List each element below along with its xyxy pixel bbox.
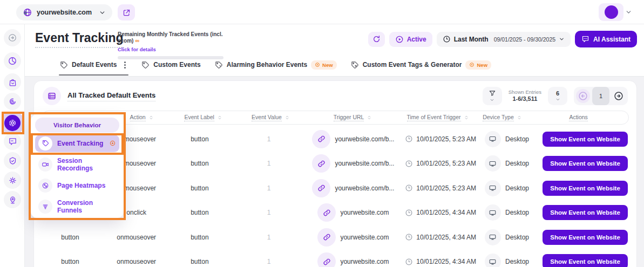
tab-custom-events[interactable]: Custom Events	[141, 54, 200, 76]
tag-gear-icon	[351, 61, 359, 69]
shopping-bag-icon	[8, 78, 17, 87]
show-event-button[interactable]: Show Event on Website	[543, 181, 628, 196]
trigger-url-cell[interactable]: yourwebsite.com/b...	[305, 130, 402, 148]
account-menu[interactable]	[599, 3, 632, 21]
card-header: All Tracked Default Events Shown Entries…	[34, 81, 636, 109]
event-label-cell: button	[167, 258, 233, 265]
page-size-selector[interactable]: 6	[548, 87, 567, 105]
shown-entries: Shown Entries 1-6/3,511	[509, 89, 541, 103]
sidebar-item-dashboard[interactable]	[4, 52, 21, 70]
tab-alarming-behavior-events[interactable]: Alarming Behavior Events New	[215, 54, 337, 76]
card-controls: Shown Entries 1-6/3,511 6 1	[483, 87, 628, 105]
clock-icon	[405, 135, 413, 143]
sidebar-item-ecommerce[interactable]	[4, 73, 21, 91]
device-cell: Desktop	[480, 155, 534, 172]
show-event-button[interactable]: Show Event on Website	[543, 254, 628, 267]
tracked-events-details-link[interactable]: Click for details	[118, 46, 156, 52]
menu-item-page-heatmaps[interactable]: Page Heatmaps	[35, 175, 119, 196]
visitor-behavior-menu: Visitor Behavior Event Tracking Session …	[31, 114, 124, 218]
desktop-icon	[485, 229, 501, 245]
menu-item-session-recordings[interactable]: Session Recordings	[35, 154, 119, 175]
device-cell: Desktop	[480, 254, 534, 267]
gear-icon	[8, 176, 17, 185]
tracking-status-button[interactable]: Active	[389, 32, 432, 47]
sidebar-item-visitor-behavior[interactable]	[2, 113, 23, 133]
trigger-url-cell[interactable]: yourwebsite.com/b...	[305, 179, 402, 197]
next-page-button[interactable]	[612, 89, 626, 103]
sidebar-item-settings[interactable]	[4, 172, 21, 189]
table-row: onmouseover button 1 yourwebsite.com/b..…	[34, 152, 636, 176]
trigger-url-cell[interactable]: yourwebsite.com/b...	[305, 154, 402, 173]
date-range-selector[interactable]: Last Month 09/01/2025 - 09/30/2025	[437, 32, 571, 47]
target-dot-icon	[315, 62, 320, 67]
ai-assistant-button[interactable]: AI Assistant	[575, 31, 637, 47]
open-website-button[interactable]	[118, 4, 135, 20]
show-event-button[interactable]: Show Event on Website	[543, 156, 628, 171]
sidebar-item-privacy[interactable]	[4, 152, 21, 169]
chat-bubble-icon	[581, 35, 589, 43]
tab-default-events[interactable]: Default Events	[60, 54, 127, 76]
column-header-time[interactable]: Time of Event Trigger	[399, 114, 476, 121]
tab-options-button[interactable]	[123, 60, 127, 70]
column-header-event-label[interactable]: Event Label	[171, 114, 235, 121]
event-label-cell: button	[167, 135, 233, 143]
target-dot-icon	[469, 62, 474, 67]
tag-icon	[141, 61, 150, 69]
column-header-device-type[interactable]: Device Type	[476, 114, 529, 121]
actions-cell: Show Event on Website	[534, 254, 636, 267]
current-page[interactable]: 1	[592, 87, 609, 105]
filter-button[interactable]	[483, 87, 502, 105]
sort-icon	[284, 115, 290, 120]
tab-custom-event-tags-generator[interactable]: Custom Event Tags & Generator New	[351, 54, 491, 76]
spiral-icon	[8, 97, 17, 106]
shown-entries-label: Shown Entries	[509, 89, 541, 95]
link-icon	[317, 203, 336, 222]
avatar	[599, 3, 623, 21]
event-value-cell: 1	[233, 234, 305, 241]
menu-item-label: Session Recordings	[57, 157, 116, 172]
link-icon	[312, 179, 330, 197]
tag-icon	[38, 136, 52, 150]
menu-group-label: Visitor Behavior	[35, 118, 119, 133]
page-header: Event Tracking Remaining Monthly Tracked…	[25, 24, 644, 76]
sort-icon	[517, 115, 522, 120]
page-size-value: 6	[556, 90, 559, 97]
menu-item-event-tracking[interactable]: Event Tracking	[35, 135, 119, 152]
time-cell: 10/01/2025, 5:23 AM	[402, 135, 480, 143]
menu-item-conversion-funnels[interactable]: Conversion Funnels	[35, 196, 119, 217]
sort-icon	[217, 115, 222, 120]
table-icon	[43, 87, 61, 105]
sidebar-item-web-analytics[interactable]	[4, 93, 21, 110]
action-cell: onmouseover	[106, 258, 167, 265]
sidebar-collapse-button[interactable]	[4, 29, 21, 46]
column-header-event-value[interactable]: Event Value	[235, 114, 306, 121]
trigger-url-cell[interactable]: yourwebsite.com	[305, 252, 402, 267]
previous-page-button[interactable]	[576, 89, 590, 103]
table-body: onmouseover button 1 yourwebsite.com/b..…	[34, 127, 636, 267]
website-selector[interactable]: yourwebsite.com	[16, 4, 112, 20]
time-cell: 10/01/2025, 5:23 AM	[402, 184, 480, 192]
link-icon	[312, 130, 330, 148]
table-row: onclick button 1 yourwebsite.com 10/01/2…	[34, 201, 636, 225]
actions-cell: Show Event on Website	[534, 132, 636, 147]
topbar: yourwebsite.com	[0, 0, 644, 24]
clock-icon	[443, 35, 451, 43]
chevron-down-icon	[99, 9, 106, 16]
sidebar-item-communication[interactable]	[4, 133, 21, 150]
show-event-button[interactable]: Show Event on Website	[543, 230, 628, 245]
desktop-icon	[485, 131, 501, 147]
event-label-cell: button	[167, 160, 233, 167]
header-actions: Active Last Month 09/01/2025 - 09/30/202…	[368, 31, 637, 47]
show-event-button[interactable]: Show Event on Website	[543, 132, 628, 147]
focus-target-icon	[4, 115, 21, 131]
refresh-button[interactable]	[368, 32, 385, 47]
chevron-down-icon	[555, 97, 560, 102]
trigger-url-cell[interactable]: yourwebsite.com	[305, 228, 402, 247]
pagination: 1	[574, 87, 628, 105]
show-event-button[interactable]: Show Event on Website	[543, 205, 628, 220]
desktop-icon	[485, 180, 501, 196]
sidebar-item-visitors[interactable]	[4, 191, 21, 208]
external-link-icon	[123, 9, 131, 17]
trigger-url-cell[interactable]: yourwebsite.com	[305, 203, 402, 222]
column-header-trigger-url[interactable]: Trigger URL	[306, 114, 400, 121]
